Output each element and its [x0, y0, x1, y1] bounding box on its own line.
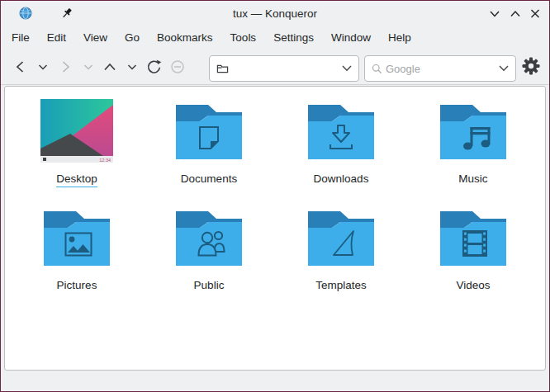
menu-settings[interactable]: Settings	[273, 31, 314, 44]
menu-tools[interactable]: Tools	[230, 31, 257, 44]
close-button[interactable]	[529, 7, 542, 20]
folder-icon	[216, 63, 229, 75]
forward-button[interactable]	[55, 57, 75, 77]
folder-templates-icon	[305, 208, 377, 269]
folder-label: Videos	[456, 280, 490, 291]
up-history-button[interactable]	[122, 57, 142, 77]
folder-item-desktop[interactable]: 12:34 Desktop	[26, 97, 128, 187]
folder-label: Downloads	[314, 173, 369, 185]
folder-downloads-icon	[305, 102, 377, 163]
chevron-down-icon[interactable]	[342, 65, 352, 72]
folder-item-videos[interactable]: Videos	[422, 203, 524, 291]
search-bar[interactable]	[364, 55, 516, 82]
folder-label: Pictures	[57, 280, 97, 291]
desktop-preview-icon: 12:34	[40, 99, 113, 163]
menu-window[interactable]: Window	[331, 31, 371, 44]
folder-public-icon	[173, 208, 245, 269]
up-button[interactable]	[100, 57, 120, 77]
folder-documents-icon	[173, 102, 245, 163]
window-title: tux — Konqueror	[1, 1, 549, 26]
reload-button[interactable]	[144, 57, 164, 77]
folder-item-music[interactable]: Music	[422, 97, 524, 185]
folder-item-pictures[interactable]: Pictures	[26, 203, 128, 291]
folder-pictures-icon	[40, 208, 113, 269]
menu-view[interactable]: View	[83, 31, 107, 44]
folder-label: Music	[458, 173, 487, 185]
back-button[interactable]	[11, 57, 31, 77]
folder-label: Desktop	[56, 173, 97, 187]
location-input[interactable]	[232, 63, 339, 75]
toolbar	[1, 49, 549, 85]
menu-help[interactable]: Help	[388, 31, 411, 44]
menu-file[interactable]: File	[12, 31, 30, 44]
folder-item-public[interactable]: Public	[158, 203, 260, 291]
menu-bookmarks[interactable]: Bookmarks	[157, 31, 213, 44]
forward-history-button[interactable]	[78, 57, 98, 77]
konqueror-window: tux — Konqueror File Edit View Go Bookma…	[0, 0, 550, 392]
minimize-button[interactable]	[488, 7, 501, 20]
folder-item-documents[interactable]: Documents	[158, 97, 260, 185]
chevron-down-icon[interactable]	[499, 65, 509, 72]
folder-item-templates[interactable]: Templates	[290, 203, 392, 291]
stop-button[interactable]	[168, 57, 187, 77]
preview-clock: 12:34	[99, 158, 111, 163]
folder-label: Public	[194, 280, 225, 291]
folder-videos-icon	[437, 208, 510, 269]
folder-label: Templates	[315, 280, 367, 291]
folder-music-icon	[437, 102, 510, 163]
gear-icon[interactable]	[520, 55, 542, 77]
search-icon	[372, 64, 382, 74]
back-history-button[interactable]	[33, 57, 53, 77]
menubar: File Edit View Go Bookmarks Tools Settin…	[1, 26, 549, 49]
titlebar: tux — Konqueror	[1, 1, 549, 26]
location-bar[interactable]	[209, 55, 359, 82]
folder-label: Documents	[181, 173, 237, 185]
search-input[interactable]	[386, 63, 495, 75]
maximize-button[interactable]	[509, 7, 522, 20]
menu-edit[interactable]: Edit	[47, 31, 66, 44]
menu-go[interactable]: Go	[125, 31, 140, 44]
folder-item-downloads[interactable]: Downloads	[290, 97, 392, 185]
